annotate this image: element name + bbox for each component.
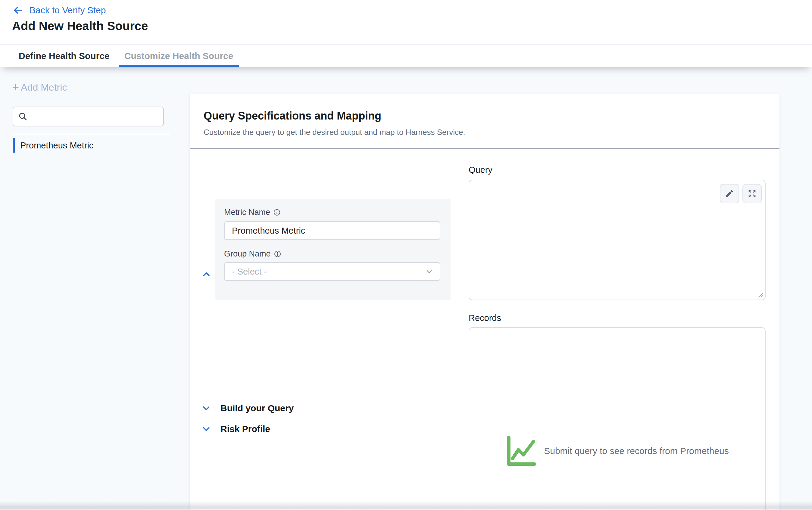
metric-name-label: Metric Name	[224, 208, 281, 217]
add-metric-label: Add Metric	[21, 82, 67, 93]
query-editor-box	[469, 180, 765, 300]
query-specifications-panel: Query Specifications and Mapping Customi…	[190, 94, 780, 510]
search-icon	[18, 112, 28, 121]
section-risk-profile-toggle[interactable]: Risk Profile	[202, 424, 270, 434]
section-build-query-title: Build your Query	[221, 403, 294, 413]
panel-header-divider	[190, 148, 780, 149]
query-label: Query	[469, 165, 492, 175]
metric-name-input[interactable]	[224, 221, 440, 240]
metric-search-box	[13, 107, 164, 126]
back-arrow-icon	[12, 5, 24, 16]
section-risk-profile-title: Risk Profile	[221, 424, 270, 434]
expand-query-button[interactable]	[743, 184, 762, 203]
expand-arrows-icon	[748, 189, 757, 198]
chevron-down-icon	[425, 268, 433, 275]
page-header: Back to Verify Step Add New Health Sourc…	[0, 0, 812, 67]
records-panel	[469, 327, 765, 510]
plus-icon: +	[12, 81, 19, 93]
edit-query-button[interactable]	[720, 184, 739, 203]
records-empty-text: Submit query to see records from Prometh…	[544, 446, 729, 456]
info-icon[interactable]	[274, 250, 281, 258]
records-label: Records	[469, 313, 501, 323]
records-empty-state: Submit query to see records from Prometh…	[469, 435, 765, 467]
add-metric-button[interactable]: + Add Metric	[12, 82, 67, 93]
metric-mapping-form-card: Metric Name Group Name	[215, 199, 451, 300]
panel-title: Query Specifications and Mapping	[204, 110, 381, 122]
group-name-label: Group Name	[224, 249, 281, 259]
panel-subtitle: Customize the query to get the desired o…	[204, 128, 465, 137]
add-health-source-page: Back to Verify Step Add New Health Sourc…	[0, 0, 812, 510]
metric-item-label: Prometheus Metric	[20, 141, 93, 151]
line-chart-icon	[505, 435, 537, 467]
chevron-up-icon	[202, 270, 211, 278]
tab-define-health-source[interactable]: Define Health Source	[13, 45, 115, 67]
back-to-verify-step-link[interactable]: Back to Verify Step	[12, 4, 106, 17]
group-name-placeholder: - Select -	[232, 267, 267, 277]
pencil-icon	[725, 189, 734, 198]
selected-indicator-bar	[13, 138, 15, 153]
group-name-select[interactable]: - Select -	[224, 262, 440, 281]
tab-customize-health-source[interactable]: Customize Health Source	[119, 45, 239, 67]
metric-list-item-prometheus[interactable]: Prometheus Metric	[13, 138, 93, 153]
back-link-label: Back to Verify Step	[30, 5, 106, 16]
chevron-down-icon	[202, 404, 211, 413]
tab-bar: Define Health Source Customize Health So…	[0, 44, 812, 67]
sidebar-divider	[13, 134, 170, 134]
page-title: Add New Health Source	[12, 19, 148, 33]
chevron-down-icon	[202, 425, 211, 433]
info-icon[interactable]	[273, 209, 281, 216]
metric-search-input[interactable]	[31, 111, 158, 122]
textarea-resize-handle[interactable]	[756, 291, 763, 298]
section-build-query-toggle[interactable]: Build your Query	[202, 403, 294, 413]
